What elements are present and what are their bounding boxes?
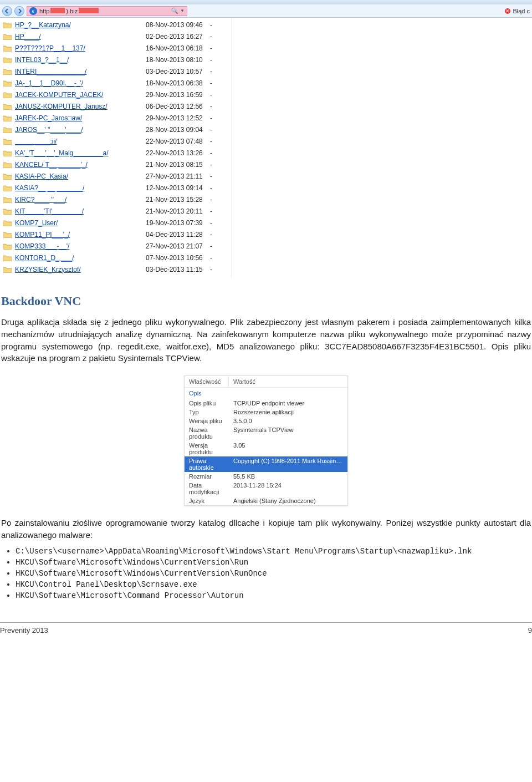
listing-row: INTERI_____________/03-Dec-2013 10:57- (0, 65, 231, 77)
folder-link[interactable]: HP_?__Katarzyna/ (15, 21, 142, 29)
browser-toolbar: e http).biz 🔍 ▼ ✕ Błąd c (0, 4, 532, 18)
props-row[interactable]: Opis plikuTCP/UDP endpoint viewer (185, 399, 347, 408)
listing-row: KANCEL/ T__ ______'_/21-Nov-2013 08:15- (0, 159, 231, 170)
folder-link[interactable]: JACEK-KOMPUTER_JACEK/ (15, 91, 142, 99)
folder-link[interactable]: INTEL03_?__1__/ (15, 56, 142, 64)
paragraph-1: Druga aplikacja składa się z jednego pli… (1, 316, 531, 364)
listing-row: KONTOR1_D_ ___/07-Nov-2013 10:56- (0, 252, 231, 263)
autostart-item: C:\Users\<username>\AppData\Roaming\Micr… (16, 547, 532, 556)
folder-date: 08-Nov-2013 09:46 (146, 21, 207, 29)
size-dash: - (210, 138, 212, 145)
props-row[interactable]: JęzykAngielski (Stany Zjednoczone) (185, 496, 347, 505)
folder-link[interactable]: INTERI_____________/ (15, 68, 142, 75)
forward-button[interactable] (14, 6, 24, 16)
autostart-list: C:\Users\<username>\AppData\Roaming\Micr… (16, 547, 532, 600)
size-dash: - (210, 196, 212, 204)
error-icon: ✕ (505, 8, 510, 14)
props-key: Nazwa produktu (185, 425, 229, 441)
folder-link[interactable]: HP____/ (15, 33, 142, 40)
directory-listing-screenshot: e http).biz 🔍 ▼ ✕ Błąd c HP_?__Katarzyna… (0, 0, 532, 278)
props-col-value: Wartość (229, 376, 260, 387)
folder-icon (3, 115, 12, 121)
props-row[interactable]: Nazwa produktuSysinternals TCPView (185, 425, 347, 441)
props-row[interactable]: Data modyfikacji2013-11-28 15:24 (185, 481, 347, 496)
folder-date: 03-Dec-2013 10:57 (146, 68, 207, 75)
size-dash: - (210, 231, 212, 238)
listing-row: HP____/02-Dec-2013 16:27- (0, 31, 231, 42)
props-value: Sysinternals TCPView (229, 425, 347, 441)
listing-row: INTEL03_?__1__/18-Nov-2013 08:10- (0, 54, 231, 65)
listing-row: KIT_____'TI'________/21-Nov-2013 20:11- (0, 205, 231, 217)
folder-link[interactable]: KONTOR1_D_ ___/ (15, 254, 142, 262)
folder-icon (3, 45, 12, 52)
folder-icon (3, 138, 12, 145)
folder-icon (3, 57, 12, 63)
folder-link[interactable]: JAREK-PC_Jaros□aw/ (15, 114, 142, 122)
props-row[interactable]: Prawa autorskieCopyright (C) 1998-2011 M… (185, 456, 347, 472)
ie-icon: e (29, 7, 37, 15)
folder-link[interactable]: KRZYSIEK_Krzysztof/ (15, 266, 142, 273)
listing-row: JACEK-KOMPUTER_JACEK/29-Nov-2013 16:59- (0, 89, 231, 100)
folder-icon (3, 243, 12, 250)
size-dash: - (210, 254, 212, 262)
search-icon: 🔍 (171, 8, 178, 14)
props-value: Angielski (Stany Zjednoczone) (229, 496, 347, 505)
props-value: 3.05 (229, 441, 347, 456)
size-dash: - (210, 56, 212, 64)
folder-icon (3, 196, 12, 203)
props-key: Opis pliku (185, 399, 229, 408)
folder-date: 18-Nov-2013 06:38 (146, 79, 207, 87)
folder-link[interactable]: KASIA?__ __ _______/ (15, 184, 142, 192)
folder-link[interactable]: KASIA-PC_Kasia/ (15, 172, 142, 180)
props-col-property: Właściwość (185, 376, 229, 387)
props-value: Copyright (C) 1998-2011 Mark Russinovich… (229, 456, 347, 472)
folder-date: 22-Nov-2013 13:26 (146, 149, 207, 157)
folder-date: 27-Nov-2013 21:07 (146, 242, 207, 250)
folder-link[interactable]: KIT_____'TI'________/ (15, 207, 142, 215)
folder-date: 18-Nov-2013 08:10 (146, 56, 207, 64)
listing-row: _____ ____:ii/22-Nov-2013 07:48- (0, 135, 231, 147)
folder-icon (3, 231, 12, 238)
props-key: Rozmiar (185, 472, 229, 481)
folder-link[interactable]: P??T???1?P__1__137/ (15, 44, 142, 52)
size-dash: - (210, 33, 212, 40)
address-bar[interactable]: e http).biz 🔍 ▼ (27, 6, 187, 16)
props-row[interactable]: TypRozszerzenie aplikacji (185, 408, 347, 417)
folder-link[interactable]: JA-_1__1__D90I.__-_'/ (15, 79, 142, 87)
window-titlebar (0, 0, 532, 4)
size-dash: - (210, 184, 212, 192)
size-dash: - (210, 103, 212, 110)
folder-link[interactable]: KIRC?____ ''___/ (15, 196, 142, 204)
dropdown-icon[interactable]: ▼ (180, 8, 185, 13)
folder-link[interactable]: KA'_'T___'__'_Malg________a/ (15, 149, 142, 157)
folder-link[interactable]: KOMP11_PI___'_/ (15, 231, 142, 238)
tab-error[interactable]: ✕ Błąd c (505, 6, 530, 16)
folder-link[interactable]: KOMP333___-__'/ (15, 242, 142, 250)
folder-date: 21-Nov-2013 15:28 (146, 196, 207, 204)
listing-row: JA-_1__1__D90I.__-_'/18-Nov-2013 06:38- (0, 77, 231, 89)
folder-icon (3, 22, 12, 28)
folder-link[interactable]: JANUSZ-KOMPUTER_Janusz/ (15, 103, 142, 110)
props-key: Data modyfikacji (185, 481, 229, 496)
props-row[interactable]: Wersja produktu3.05 (185, 441, 347, 456)
folder-link[interactable]: KANCEL/ T__ ______'_/ (15, 161, 142, 169)
file-properties-screenshot: Właściwość Wartość Opis Opis plikuTCP/UD… (184, 375, 348, 506)
props-row[interactable]: Rozmiar55,5 KB (185, 472, 347, 481)
directory-listing: HP_?__Katarzyna/08-Nov-2013 09:46-HP____… (0, 18, 232, 278)
props-key: Wersja pliku (185, 417, 229, 425)
props-row[interactable]: Wersja pliku3.5.0.0 (185, 417, 347, 425)
props-header: Właściwość Wartość (185, 376, 347, 388)
listing-row: KOMP333___-__'/27-Nov-2013 21:07- (0, 240, 231, 252)
folder-date: 29-Nov-2013 16:59 (146, 91, 207, 99)
folder-link[interactable]: JAROS__' ''____'____/ (15, 126, 142, 134)
folder-date: 21-Nov-2013 20:11 (146, 207, 207, 215)
listing-row: KA'_'T___'__'_Malg________a/22-Nov-2013 … (0, 147, 231, 159)
folder-link[interactable]: _____ ____:ii/ (15, 138, 142, 145)
folder-icon (3, 92, 12, 98)
props-key: Język (185, 496, 229, 505)
size-dash: - (210, 219, 212, 227)
folder-icon (3, 80, 12, 87)
back-button[interactable] (2, 6, 12, 16)
size-dash: - (210, 21, 212, 29)
folder-link[interactable]: KOMP7_User/ (15, 219, 142, 227)
